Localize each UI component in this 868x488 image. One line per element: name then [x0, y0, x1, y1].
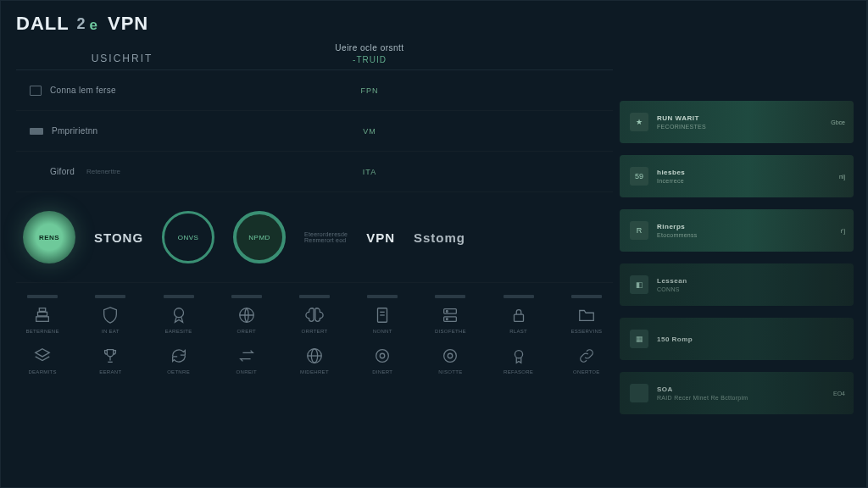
- feature-item[interactable]: BETERNENE: [19, 295, 65, 334]
- card-icon: ▦: [630, 330, 648, 348]
- stack-icon: [32, 305, 53, 325]
- settings-row[interactable]: Pmpririetnn VM: [16, 111, 613, 152]
- feature-item[interactable]: ONREIT: [224, 346, 270, 374]
- brand-logo: DALL 2e VPN: [16, 13, 148, 35]
- status-label: Sstomg: [414, 230, 465, 245]
- link-icon: [576, 346, 597, 366]
- feature-item[interactable]: RLAST: [496, 295, 542, 334]
- feature-item[interactable]: REFASORE: [496, 346, 542, 374]
- feature-item[interactable]: EARESITE: [155, 295, 201, 334]
- card-icon: ★: [630, 113, 648, 131]
- tab-left[interactable]: USICHRIT: [16, 53, 228, 64]
- main-panel: USICHRIT Ueire ocle orsntt -TRUID Conna …: [16, 43, 613, 487]
- status-circle-2[interactable]: ONVS: [162, 211, 214, 263]
- layers-icon: [32, 346, 53, 366]
- side-card[interactable]: RRinerpsEtocommenssr'j: [620, 209, 854, 252]
- divider: [866, 1, 867, 487]
- feature-item[interactable]: NISOTTE: [427, 346, 473, 374]
- status-circles: RENS STONG ONVS NPMD Eteerorderesde Renm…: [16, 211, 613, 283]
- vpn-label: VPN: [366, 230, 395, 245]
- top-tabs: USICHRIT Ueire ocle orsntt -TRUID: [16, 43, 613, 70]
- svg-point-20: [444, 350, 457, 363]
- svg-point-10: [447, 311, 448, 313]
- lock-icon: [509, 305, 529, 325]
- status-circle-primary[interactable]: RENS: [23, 211, 75, 263]
- row-value: FPN: [228, 86, 511, 95]
- settings-rows: Conna lem ferse FPN Pmpririetnn VM Gifor…: [16, 70, 613, 192]
- folder-icon: [576, 305, 597, 325]
- feature-item[interactable]: MIDEHRET: [292, 346, 337, 374]
- svg-point-21: [448, 353, 453, 358]
- card-icon: R: [630, 221, 648, 240]
- page-title: Ueire ocle orsntt: [228, 43, 511, 53]
- side-card[interactable]: ▦150 Romp: [620, 318, 854, 360]
- side-panel: ★RUN WARITFECORINESTESGbce59hiesbesIncer…: [620, 101, 854, 414]
- svg-rect-12: [514, 314, 523, 321]
- feature-item[interactable]: NONNT: [359, 295, 405, 334]
- side-card[interactable]: 59hiesbesIncerrecenlj: [620, 155, 854, 197]
- ring-icon: [440, 346, 460, 366]
- feature-item[interactable]: ORERT: [224, 295, 270, 334]
- svg-point-22: [515, 351, 522, 358]
- side-card[interactable]: ★RUN WARITFECORINESTESGbce: [620, 101, 854, 143]
- badge2-icon: [509, 346, 529, 366]
- svg-rect-1: [38, 312, 47, 316]
- side-card[interactable]: ◧LesseanCONNS: [620, 263, 854, 306]
- feature-grid: BETERNENEIN EATEARESITEORERTORRTERTNONNT…: [16, 295, 613, 374]
- feature-item[interactable]: DISOFETHE: [427, 295, 473, 334]
- svg-point-19: [380, 353, 385, 358]
- strength-label: STONG: [94, 230, 143, 245]
- globe-lines-icon: [236, 305, 257, 325]
- feature-item[interactable]: ORRTERT: [292, 295, 337, 334]
- feature-item[interactable]: DEARMITS: [19, 346, 65, 374]
- settings-row[interactable]: Conna lem ferse FPN: [16, 70, 613, 111]
- brain-icon: [304, 305, 325, 325]
- server-icon: [440, 305, 460, 325]
- bar-icon: [30, 128, 43, 135]
- side-card[interactable]: SOARAID Recer Minet Re BcttorpimEO4: [620, 372, 854, 414]
- ring-icon: [372, 346, 392, 366]
- doc-icon: [372, 305, 392, 325]
- circle-description: Eteerorderesde Renmerort eod: [304, 231, 348, 243]
- feature-item[interactable]: IN EAT: [87, 295, 133, 334]
- feature-item[interactable]: DINERT: [359, 346, 405, 374]
- status-circle-3[interactable]: NPMD: [233, 211, 286, 263]
- svg-rect-2: [39, 308, 45, 312]
- badge-icon: [169, 305, 189, 325]
- feature-item[interactable]: ESSERVINS: [564, 295, 609, 334]
- row-value: ITA: [228, 168, 511, 176]
- svg-point-3: [174, 308, 183, 318]
- card-icon: ◧: [630, 275, 648, 294]
- feature-item[interactable]: OETNRE: [155, 346, 201, 374]
- feature-item[interactable]: EERANT: [87, 346, 133, 374]
- globe-icon: [304, 346, 325, 366]
- document-icon: [30, 86, 42, 96]
- svg-point-18: [376, 350, 389, 363]
- refresh-icon: [169, 346, 189, 366]
- svg-rect-0: [36, 317, 49, 322]
- settings-row[interactable]: Giford Retenerttre ITA: [16, 152, 613, 192]
- svg-point-11: [447, 319, 448, 320]
- page-subtitle: -TRUID: [228, 55, 511, 64]
- feature-item[interactable]: ONERTOE: [564, 346, 609, 374]
- card-icon: 59: [630, 167, 648, 186]
- swap-icon: [236, 346, 257, 366]
- card-icon: [630, 384, 648, 402]
- shield-icon: [100, 305, 120, 325]
- trophy-icon: [100, 346, 120, 366]
- row-value: VM: [228, 127, 511, 136]
